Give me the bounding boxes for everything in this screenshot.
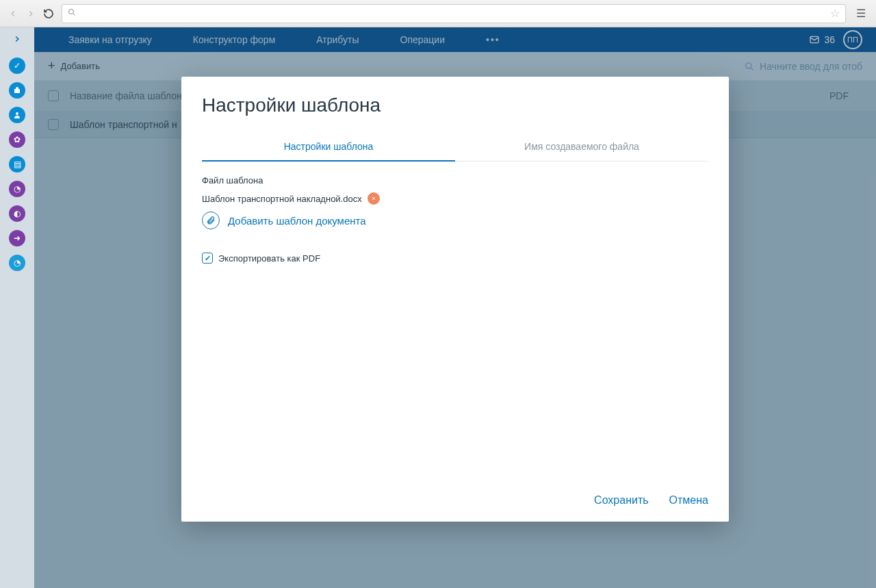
attached-file-row: Шаблон транспортной накладной.docx [202,192,708,205]
modal-tabs: Настройки шаблона Имя создаваемого файла [202,134,708,162]
modal-overlay[interactable]: Настройки шаблона Настройки шаблона Имя … [34,27,876,588]
template-settings-modal: Настройки шаблона Настройки шаблона Имя … [181,77,729,522]
paperclip-icon [202,212,220,229]
sidebar-item-bag[interactable] [9,82,25,99]
search-icon [68,8,76,18]
sidebar-item-doc[interactable]: ▤ [9,156,25,172]
add-template-link[interactable]: Добавить шаблон документа [202,212,708,229]
bookmark-icon[interactable]: ☆ [830,7,840,20]
back-button[interactable] [7,8,19,20]
reload-button[interactable] [42,8,55,20]
menu-icon[interactable]: ☰ [853,7,869,20]
add-template-label: Добавить шаблон документа [228,215,366,227]
modal-tab-settings[interactable]: Настройки шаблона [202,134,455,162]
modal-title: Настройки шаблона [202,94,708,116]
sidebar-item-user[interactable] [9,107,25,123]
sidebar-toggle[interactable] [12,34,22,47]
url-input[interactable] [81,8,825,18]
export-pdf-checkbox[interactable]: ✓ [202,253,213,264]
cancel-button[interactable]: Отмена [669,494,708,507]
sidebar-item-gear[interactable]: ✿ [9,131,25,148]
modal-tab-filename[interactable]: Имя создаваемого файла [455,134,708,161]
export-pdf-row[interactable]: ✓ Экспортировать как PDF [202,253,708,264]
export-pdf-label: Экспортировать как PDF [218,253,320,264]
forward-button[interactable] [25,8,37,20]
svg-point-0 [69,10,74,14]
sidebar-item-arrow[interactable]: ➜ [9,230,25,246]
file-label: Файл шаблона [202,175,708,186]
save-button[interactable]: Сохранить [594,494,649,507]
svg-point-1 [16,112,18,115]
sidebar-item-check[interactable]: ✓ [9,57,25,74]
left-sidebar: ✓ ✿ ▤ ◔ ◐ ➜ ◔ [0,27,34,588]
attached-file-name[interactable]: Шаблон транспортной накладной.docx [202,194,362,204]
sidebar-item-time[interactable]: ◔ [9,255,25,271]
sidebar-item-circle[interactable]: ◔ [9,181,25,197]
url-bar[interactable]: ☆ [62,4,846,23]
remove-file-button[interactable] [368,192,380,205]
browser-chrome: ☆ ☰ [0,0,876,27]
sidebar-item-gauge[interactable]: ◐ [9,205,25,222]
